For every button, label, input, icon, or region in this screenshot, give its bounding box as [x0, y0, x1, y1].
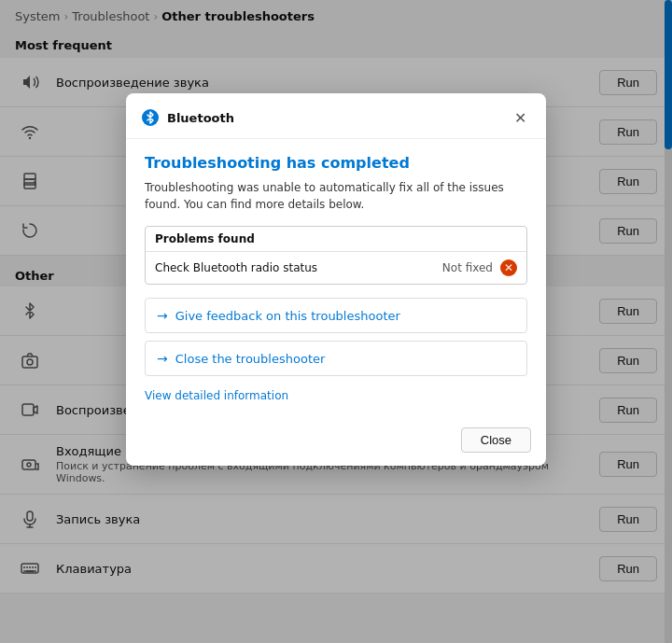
view-details-link[interactable]: View detailed information: [145, 389, 288, 402]
problem-label-0: Check Bluetooth radio status: [155, 261, 442, 274]
modal-header: Bluetooth ✕: [126, 93, 546, 139]
modal-description: Troubleshooting was unable to automatica…: [145, 179, 527, 213]
modal-complete-heading: Troubleshooting has completed: [145, 154, 527, 172]
modal-body: Troubleshooting has completed Troublesho…: [126, 139, 546, 418]
arrow-right-icon-feedback: →: [157, 308, 168, 323]
feedback-link[interactable]: → Give feedback on this troubleshooter: [145, 298, 527, 333]
not-fixed-icon: ✕: [500, 259, 517, 276]
arrow-right-icon-close: →: [157, 351, 168, 366]
modal-close-button[interactable]: Close: [461, 427, 531, 453]
modal-close-x-button[interactable]: ✕: [509, 106, 531, 129]
bluetooth-modal: Bluetooth ✕ Troubleshooting has complete…: [126, 93, 546, 466]
problem-row-0: Check Bluetooth radio status Not fixed ✕: [146, 252, 526, 284]
modal-footer: Close: [126, 418, 546, 466]
bluetooth-modal-icon: [141, 108, 160, 127]
feedback-link-text: Give feedback on this troubleshooter: [175, 309, 400, 323]
close-troubleshooter-link[interactable]: → Close the troubleshooter: [145, 341, 527, 376]
close-troubleshooter-text: Close the troubleshooter: [175, 352, 326, 366]
modal-title: Bluetooth: [167, 111, 509, 125]
modal-overlay: Bluetooth ✕ Troubleshooting has complete…: [0, 0, 672, 643]
problem-status-0: Not fixed: [442, 261, 493, 274]
problems-box: Problems found Check Bluetooth radio sta…: [145, 226, 527, 285]
problems-header: Problems found: [146, 227, 526, 252]
